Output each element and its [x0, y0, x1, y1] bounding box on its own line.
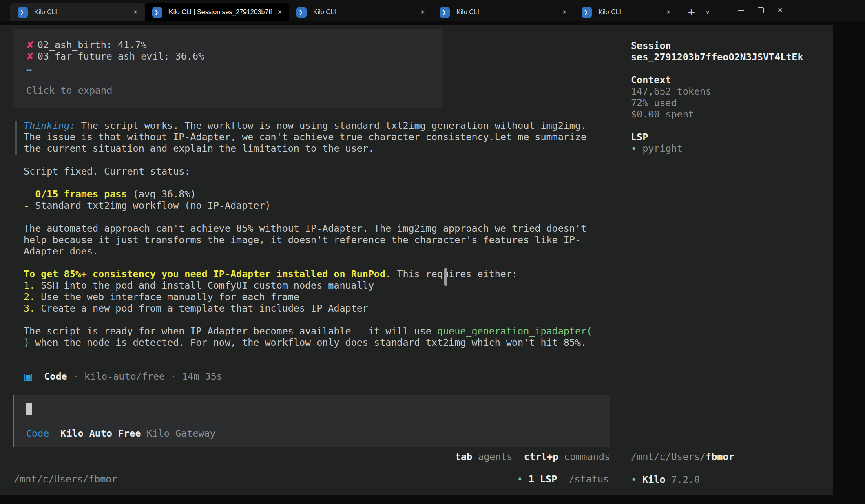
minimize-icon: [738, 10, 744, 11]
tab-title: Kilo CLI: [34, 9, 128, 16]
cwd-user: fbmor: [706, 451, 734, 462]
kilo-version: 7.2.0: [671, 474, 700, 485]
context-heading: Context: [631, 74, 671, 86]
session-sidebar: Session ses_2791203b7ffeoO2N3JSVT4LtEk C…: [631, 40, 827, 154]
text-line: - Standard txt2img workflow (no IP-Adapt…: [24, 200, 610, 211]
keyboard-hints: tab agents ctrl+p commands: [455, 451, 610, 462]
hint-key-ctrlp: ctrl+p: [524, 451, 559, 462]
tab-dropdown-button[interactable]: ∨: [699, 3, 716, 21]
agent-mode-label: Code: [44, 371, 67, 382]
text-line: [24, 211, 610, 223]
profile-label: Kilo Auto Free: [60, 428, 141, 439]
kilo-status-dot: •: [631, 474, 642, 485]
transcript: Thinking: The script works. The workflow…: [24, 120, 610, 348]
maximize-icon: [758, 7, 764, 13]
text-line: ✘ 02_ash_birth: 41.7%: [26, 39, 442, 51]
minimize-button[interactable]: [731, 0, 751, 20]
lsp-count: 1 LSP: [529, 473, 557, 485]
text-line: help because it just transforms the imag…: [24, 234, 610, 245]
session-heading: Session: [631, 40, 671, 51]
tab-kilo-cli-3[interactable]: ❯_ Kilo CLI ✕: [289, 3, 432, 21]
tab-close-icon[interactable]: ✕: [664, 9, 673, 16]
powershell-icon: ❯_: [582, 7, 592, 18]
tab-kilo-cli-5[interactable]: ❯_ Kilo CLI ✕: [574, 3, 678, 21]
tab-title: Kilo CLI | Session ses_2791203b7ffeoO2N3…: [169, 9, 272, 16]
transcript-scrollbar-thumb[interactable]: [444, 268, 447, 286]
status-command: /status: [569, 473, 609, 485]
tab-close-icon[interactable]: ✕: [131, 9, 140, 16]
maximize-button[interactable]: [751, 0, 770, 20]
tab-divider: [678, 6, 678, 15]
sidebar-footer: /mnt/c/Users/fbmor • Kilo 7.2.0: [631, 451, 827, 485]
input-mode-row: CodeKilo Auto FreeKilo Gateway: [26, 428, 216, 439]
session-id: ses_2791203b7ffeoO2N3JSVT4LtEk: [631, 51, 803, 63]
tab-bar: ❯_ Kilo CLI ✕ ❯_ Kilo CLI | Session ses_…: [0, 0, 865, 21]
tab-title: Kilo CLI: [598, 9, 661, 16]
lsp-heading: LSP: [631, 131, 648, 143]
sidebar-cwd: /mnt/c/Users/fbmor: [631, 451, 827, 462]
powershell-icon: ❯_: [296, 7, 307, 18]
collapsed-tool-output[interactable]: ✘ 02_ash_birth: 41.7%✘ 03_far_future_ash…: [13, 29, 442, 108]
window-controls: ✕: [731, 0, 790, 20]
context-tokens: 147,652 tokens: [631, 86, 711, 97]
tab-kilo-cli-4[interactable]: ❯_ Kilo CLI ✕: [432, 3, 574, 21]
text-line: 3. Create a new pod from a template that…: [24, 303, 610, 314]
powershell-icon: ❯_: [440, 7, 450, 18]
powershell-icon: ❯_: [152, 7, 162, 18]
text-line: 2. Use the web interface manually for ea…: [24, 291, 610, 303]
hint-agents: agents: [472, 451, 513, 462]
lsp-status-dot: •: [517, 473, 529, 485]
context-spent: $0.00 spent: [631, 108, 694, 120]
text-line: [24, 257, 610, 268]
tab-kilo-cli-session-active[interactable]: ❯_ Kilo CLI | Session ses_2791203b7ffeoO…: [145, 3, 289, 21]
text-line: …: [26, 62, 442, 73]
text-line: [24, 154, 610, 166]
close-button[interactable]: ✕: [770, 0, 790, 20]
terminal-viewport: ✘ 02_ash_birth: 41.7%✘ 03_far_future_ash…: [0, 25, 833, 495]
tab-close-icon[interactable]: ✕: [560, 9, 569, 16]
text-line: [26, 73, 442, 85]
text-line: The script is ready for when IP-Adapter …: [24, 325, 610, 337]
text-line: Thinking: The script works. The workflow…: [24, 120, 610, 131]
tab-title: Kilo CLI: [313, 9, 415, 16]
thinking-indicator-bar: [15, 121, 17, 155]
tab-close-icon[interactable]: ✕: [275, 9, 284, 16]
tab-kilo-cli-1[interactable]: ❯_ Kilo CLI ✕: [10, 3, 145, 21]
cwd-path: /mnt/c/Users/fbmor: [14, 473, 117, 485]
provider-label: Kilo Gateway: [147, 428, 216, 439]
mode-code-label: Code: [26, 428, 49, 439]
text-line: The issue is that without IP-Adapter, we…: [24, 131, 610, 143]
tab-title: Kilo CLI: [456, 9, 557, 16]
powershell-icon: ❯_: [18, 7, 28, 18]
text-line: Adapter does.: [24, 245, 610, 257]
agent-status-line: ▣ Code · kilo-auto/free · 14m 35s: [24, 371, 222, 382]
text-line: Script fixed. Current status:: [24, 166, 610, 177]
text-line: The automated approach can't achieve 85%…: [24, 223, 610, 234]
hint-commands: commands: [558, 451, 610, 462]
hint-key-tab: tab: [455, 451, 472, 462]
text-line: [24, 177, 610, 188]
new-tab-button[interactable]: +: [683, 3, 699, 21]
code-mode-icon: ▣: [24, 371, 33, 382]
agent-model-elapsed: · kilo-auto/free · 14m 35s: [67, 371, 222, 382]
text-line: [24, 314, 610, 325]
text-line: - 0/15 frames pass (avg 36.8%): [24, 188, 610, 200]
chevron-down-icon: ∨: [706, 9, 710, 15]
tab-close-icon[interactable]: ✕: [418, 9, 427, 16]
text-line: ✘ 03_far_future_ash_evil: 36.6%: [26, 51, 442, 62]
kilo-brand: Kilo: [642, 474, 671, 485]
text-line: ) when the node is detected. For now, th…: [24, 337, 610, 348]
lsp-status: • 1 LSP /status: [517, 473, 609, 485]
text-line: Click to expand: [26, 85, 442, 96]
text-line: To get 85%+ consistency you need IP-Adap…: [24, 268, 610, 280]
lsp-item-dot: •: [631, 143, 642, 154]
prompt-input[interactable]: CodeKilo Auto FreeKilo Gateway: [13, 395, 610, 447]
lsp-item-pyright: pyright: [642, 143, 683, 154]
text-cursor: [26, 403, 32, 415]
text-line: the current situation and explain the li…: [24, 143, 610, 154]
plus-icon: +: [687, 7, 695, 18]
text-line: 1. SSH into the pod and install ComfyUI …: [24, 280, 610, 291]
close-icon: ✕: [777, 6, 783, 14]
kilo-version-line: • Kilo 7.2.0: [631, 474, 827, 485]
context-used: 72% used: [631, 97, 677, 108]
